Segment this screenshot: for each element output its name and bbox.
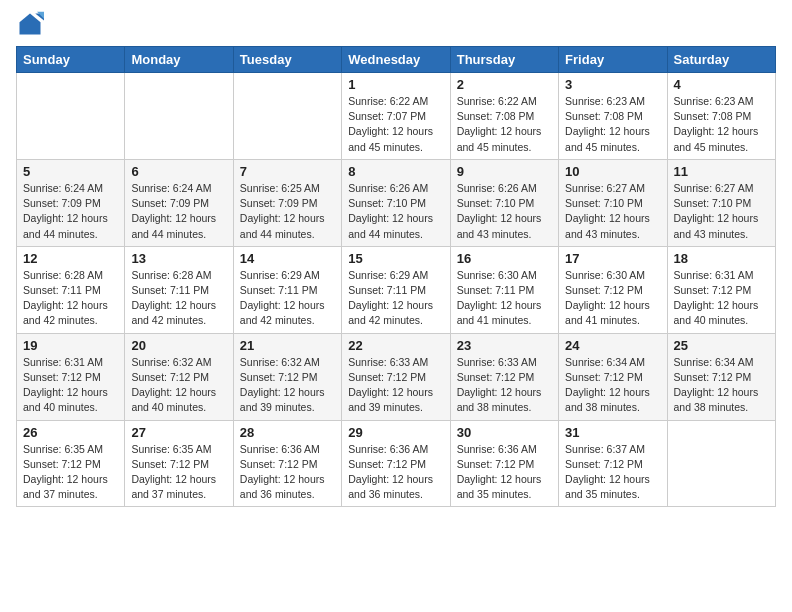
day-info: Sunrise: 6:29 AM Sunset: 7:11 PM Dayligh… (240, 268, 335, 329)
calendar-cell: 8Sunrise: 6:26 AM Sunset: 7:10 PM Daylig… (342, 159, 450, 246)
calendar-cell (233, 73, 341, 160)
day-number: 15 (348, 251, 443, 266)
day-info: Sunrise: 6:24 AM Sunset: 7:09 PM Dayligh… (23, 181, 118, 242)
week-row-1: 1Sunrise: 6:22 AM Sunset: 7:07 PM Daylig… (17, 73, 776, 160)
day-number: 3 (565, 77, 660, 92)
calendar-cell (667, 420, 775, 507)
header (16, 10, 776, 38)
week-row-2: 5Sunrise: 6:24 AM Sunset: 7:09 PM Daylig… (17, 159, 776, 246)
calendar-cell: 13Sunrise: 6:28 AM Sunset: 7:11 PM Dayli… (125, 246, 233, 333)
calendar-cell: 1Sunrise: 6:22 AM Sunset: 7:07 PM Daylig… (342, 73, 450, 160)
calendar-cell: 21Sunrise: 6:32 AM Sunset: 7:12 PM Dayli… (233, 333, 341, 420)
day-info: Sunrise: 6:32 AM Sunset: 7:12 PM Dayligh… (240, 355, 335, 416)
calendar-cell: 31Sunrise: 6:37 AM Sunset: 7:12 PM Dayli… (559, 420, 667, 507)
day-info: Sunrise: 6:27 AM Sunset: 7:10 PM Dayligh… (674, 181, 769, 242)
calendar-cell: 15Sunrise: 6:29 AM Sunset: 7:11 PM Dayli… (342, 246, 450, 333)
calendar-cell: 3Sunrise: 6:23 AM Sunset: 7:08 PM Daylig… (559, 73, 667, 160)
day-info: Sunrise: 6:28 AM Sunset: 7:11 PM Dayligh… (131, 268, 226, 329)
calendar-cell: 28Sunrise: 6:36 AM Sunset: 7:12 PM Dayli… (233, 420, 341, 507)
day-info: Sunrise: 6:36 AM Sunset: 7:12 PM Dayligh… (457, 442, 552, 503)
day-of-week-sunday: Sunday (17, 47, 125, 73)
day-info: Sunrise: 6:35 AM Sunset: 7:12 PM Dayligh… (131, 442, 226, 503)
day-number: 28 (240, 425, 335, 440)
day-number: 21 (240, 338, 335, 353)
calendar-cell: 6Sunrise: 6:24 AM Sunset: 7:09 PM Daylig… (125, 159, 233, 246)
day-number: 24 (565, 338, 660, 353)
calendar-body: 1Sunrise: 6:22 AM Sunset: 7:07 PM Daylig… (17, 73, 776, 507)
calendar-cell: 10Sunrise: 6:27 AM Sunset: 7:10 PM Dayli… (559, 159, 667, 246)
calendar-cell: 14Sunrise: 6:29 AM Sunset: 7:11 PM Dayli… (233, 246, 341, 333)
day-number: 18 (674, 251, 769, 266)
calendar-cell: 20Sunrise: 6:32 AM Sunset: 7:12 PM Dayli… (125, 333, 233, 420)
day-number: 20 (131, 338, 226, 353)
day-number: 27 (131, 425, 226, 440)
calendar-header: SundayMondayTuesdayWednesdayThursdayFrid… (17, 47, 776, 73)
week-row-4: 19Sunrise: 6:31 AM Sunset: 7:12 PM Dayli… (17, 333, 776, 420)
day-number: 8 (348, 164, 443, 179)
day-number: 29 (348, 425, 443, 440)
day-info: Sunrise: 6:26 AM Sunset: 7:10 PM Dayligh… (457, 181, 552, 242)
day-info: Sunrise: 6:25 AM Sunset: 7:09 PM Dayligh… (240, 181, 335, 242)
calendar-cell: 30Sunrise: 6:36 AM Sunset: 7:12 PM Dayli… (450, 420, 558, 507)
calendar-cell: 23Sunrise: 6:33 AM Sunset: 7:12 PM Dayli… (450, 333, 558, 420)
calendar-cell: 11Sunrise: 6:27 AM Sunset: 7:10 PM Dayli… (667, 159, 775, 246)
day-number: 9 (457, 164, 552, 179)
day-number: 25 (674, 338, 769, 353)
day-number: 22 (348, 338, 443, 353)
day-number: 13 (131, 251, 226, 266)
day-number: 7 (240, 164, 335, 179)
day-number: 4 (674, 77, 769, 92)
day-number: 1 (348, 77, 443, 92)
day-info: Sunrise: 6:35 AM Sunset: 7:12 PM Dayligh… (23, 442, 118, 503)
days-header-row: SundayMondayTuesdayWednesdayThursdayFrid… (17, 47, 776, 73)
day-number: 5 (23, 164, 118, 179)
calendar-cell: 26Sunrise: 6:35 AM Sunset: 7:12 PM Dayli… (17, 420, 125, 507)
calendar-cell: 24Sunrise: 6:34 AM Sunset: 7:12 PM Dayli… (559, 333, 667, 420)
day-number: 10 (565, 164, 660, 179)
day-info: Sunrise: 6:30 AM Sunset: 7:11 PM Dayligh… (457, 268, 552, 329)
logo (16, 10, 48, 38)
day-info: Sunrise: 6:29 AM Sunset: 7:11 PM Dayligh… (348, 268, 443, 329)
svg-marker-0 (20, 14, 41, 35)
calendar-cell: 2Sunrise: 6:22 AM Sunset: 7:08 PM Daylig… (450, 73, 558, 160)
day-number: 17 (565, 251, 660, 266)
calendar-cell: 16Sunrise: 6:30 AM Sunset: 7:11 PM Dayli… (450, 246, 558, 333)
calendar-cell: 27Sunrise: 6:35 AM Sunset: 7:12 PM Dayli… (125, 420, 233, 507)
day-of-week-monday: Monday (125, 47, 233, 73)
week-row-3: 12Sunrise: 6:28 AM Sunset: 7:11 PM Dayli… (17, 246, 776, 333)
day-of-week-wednesday: Wednesday (342, 47, 450, 73)
calendar-cell: 22Sunrise: 6:33 AM Sunset: 7:12 PM Dayli… (342, 333, 450, 420)
day-info: Sunrise: 6:28 AM Sunset: 7:11 PM Dayligh… (23, 268, 118, 329)
calendar-cell: 7Sunrise: 6:25 AM Sunset: 7:09 PM Daylig… (233, 159, 341, 246)
calendar-cell: 4Sunrise: 6:23 AM Sunset: 7:08 PM Daylig… (667, 73, 775, 160)
calendar-cell: 18Sunrise: 6:31 AM Sunset: 7:12 PM Dayli… (667, 246, 775, 333)
day-number: 23 (457, 338, 552, 353)
day-info: Sunrise: 6:37 AM Sunset: 7:12 PM Dayligh… (565, 442, 660, 503)
calendar-cell: 19Sunrise: 6:31 AM Sunset: 7:12 PM Dayli… (17, 333, 125, 420)
day-info: Sunrise: 6:33 AM Sunset: 7:12 PM Dayligh… (348, 355, 443, 416)
calendar-cell: 17Sunrise: 6:30 AM Sunset: 7:12 PM Dayli… (559, 246, 667, 333)
calendar-table: SundayMondayTuesdayWednesdayThursdayFrid… (16, 46, 776, 507)
day-info: Sunrise: 6:36 AM Sunset: 7:12 PM Dayligh… (348, 442, 443, 503)
day-info: Sunrise: 6:26 AM Sunset: 7:10 PM Dayligh… (348, 181, 443, 242)
calendar-cell (17, 73, 125, 160)
day-info: Sunrise: 6:34 AM Sunset: 7:12 PM Dayligh… (674, 355, 769, 416)
calendar-cell: 5Sunrise: 6:24 AM Sunset: 7:09 PM Daylig… (17, 159, 125, 246)
day-info: Sunrise: 6:23 AM Sunset: 7:08 PM Dayligh… (674, 94, 769, 155)
day-info: Sunrise: 6:23 AM Sunset: 7:08 PM Dayligh… (565, 94, 660, 155)
calendar-cell (125, 73, 233, 160)
day-number: 12 (23, 251, 118, 266)
day-info: Sunrise: 6:31 AM Sunset: 7:12 PM Dayligh… (23, 355, 118, 416)
calendar-cell: 25Sunrise: 6:34 AM Sunset: 7:12 PM Dayli… (667, 333, 775, 420)
week-row-5: 26Sunrise: 6:35 AM Sunset: 7:12 PM Dayli… (17, 420, 776, 507)
day-info: Sunrise: 6:36 AM Sunset: 7:12 PM Dayligh… (240, 442, 335, 503)
day-number: 19 (23, 338, 118, 353)
day-number: 30 (457, 425, 552, 440)
day-info: Sunrise: 6:33 AM Sunset: 7:12 PM Dayligh… (457, 355, 552, 416)
day-number: 26 (23, 425, 118, 440)
calendar-cell: 9Sunrise: 6:26 AM Sunset: 7:10 PM Daylig… (450, 159, 558, 246)
day-number: 6 (131, 164, 226, 179)
calendar-cell: 12Sunrise: 6:28 AM Sunset: 7:11 PM Dayli… (17, 246, 125, 333)
day-number: 31 (565, 425, 660, 440)
day-of-week-friday: Friday (559, 47, 667, 73)
